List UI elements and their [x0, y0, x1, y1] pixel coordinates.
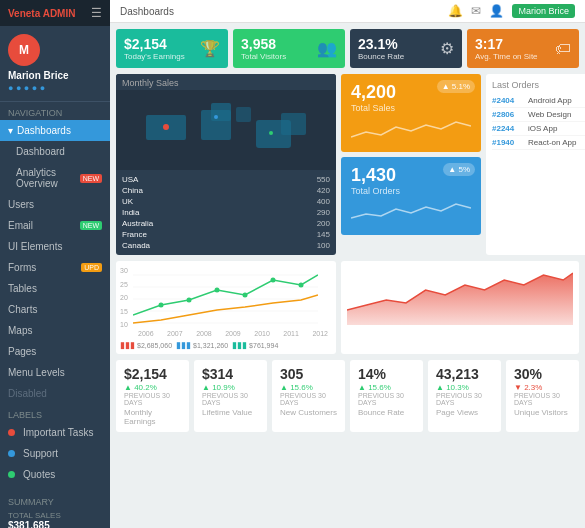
metric-sub: PREVIOUS 30 DAYS [280, 392, 337, 406]
nav-item-label: Users [8, 199, 34, 210]
orders-title: Last Orders [492, 80, 585, 90]
nav-label: Navigation [0, 102, 110, 120]
user-menu[interactable]: Marion Brice [512, 4, 575, 18]
sidebar-item-users[interactable]: Users [0, 194, 110, 215]
nav-item-label: Dashboards [17, 125, 71, 136]
metric-change: ▲ 15.6% [280, 383, 337, 392]
nav-item-label: Dashboard [16, 146, 65, 157]
stat-val-1: $2,685,060 [137, 342, 172, 349]
metric-pageviews: 43,213 ▲ 10.3% PREVIOUS 30 DAYS Page Vie… [428, 360, 501, 432]
area-chart-svg [347, 265, 573, 325]
map-row-canada: Canada100 [122, 240, 330, 251]
metric-sub: PREVIOUS 30 DAYS [202, 392, 259, 406]
time-label: Avg. Time on Site [475, 52, 538, 61]
label-text: Important Tasks [23, 427, 93, 438]
svg-point-17 [242, 293, 247, 298]
sidebar-label-quotes[interactable]: Quotes [0, 464, 110, 485]
sidebar-item-charts[interactable]: Charts [0, 299, 110, 320]
user-icon[interactable]: 👤 [489, 4, 504, 18]
sidebar-label-support[interactable]: Support [0, 443, 110, 464]
bell-icon[interactable]: 🔔 [448, 4, 463, 18]
middle-row: Monthly Sales [116, 74, 579, 255]
time-value: 3:17 [475, 36, 538, 52]
nav-item-label: Pages [8, 346, 36, 357]
y-axis: 30 25 20 15 10 [120, 265, 131, 330]
metric-change: ▼ 2.3% [514, 383, 571, 392]
user-section: M Marion Brice ● ● ● ● ● [0, 26, 110, 102]
summary-total-sales: TOTAL SALES $381,685 [8, 511, 102, 528]
visitors-value: 3,958 [241, 36, 286, 52]
sidebar-label-important[interactable]: Important Tasks [0, 422, 110, 443]
stats-row: $2,154 Today's Earnings 🏆 3,958 Total Vi… [116, 29, 579, 68]
dot-icon [8, 429, 15, 436]
dot-icon [8, 471, 15, 478]
hamburger-icon[interactable]: ☰ [91, 6, 102, 20]
right-stats: 4,200 Total Sales ▲ 5.1% 1,430 Total Ord… [341, 74, 481, 255]
visitors-icon: 👥 [317, 39, 337, 58]
metric-value: 30% [514, 366, 571, 382]
metric-label: Bounce Rate [358, 408, 415, 417]
total-orders-card: 1,430 Total Orders ▲ 5% [341, 157, 481, 235]
sidebar-item-dashboards[interactable]: ▾ Dashboards [0, 120, 110, 141]
breadcrumb: Dashboards [120, 6, 174, 17]
sidebar-item-analytics[interactable]: Analytics Overview NEW [0, 162, 110, 194]
dashboard-content: $2,154 Today's Earnings 🏆 3,958 Total Vi… [110, 23, 585, 528]
nav-item-label: Forms [8, 262, 36, 273]
svg-point-6 [163, 124, 169, 130]
sidebar-item-ui[interactable]: UI Elements [0, 236, 110, 257]
topbar: Dashboards 🔔 ✉ 👤 Marion Brice [110, 0, 585, 23]
sidebar-item-tables[interactable]: Tables [0, 278, 110, 299]
summary-label: Summary [8, 497, 102, 511]
red-area-chart [341, 261, 579, 354]
total-orders-label: Total Orders [351, 186, 471, 196]
metrics-row: $2,154 ▲ 40.2% PREVIOUS 30 DAYS Monthly … [116, 360, 579, 432]
label-text: Support [23, 448, 58, 459]
sidebar-item-email[interactable]: Email NEW [0, 215, 110, 236]
chart-row: 30 25 20 15 10 [116, 261, 579, 354]
visitors-label: Total Visitors [241, 52, 286, 61]
sidebar-item-dashboard[interactable]: Dashboard [0, 141, 110, 162]
nav-item-label: Analytics Overview [16, 167, 76, 189]
bar-icon-red: ▮▮▮ [120, 340, 135, 350]
sidebar-item-forms[interactable]: Forms UPD [0, 257, 110, 278]
svg-point-19 [298, 283, 303, 288]
metric-sub: PREVIOUS 30 DAYS [124, 392, 181, 406]
nav-item-label: Charts [8, 304, 37, 315]
stat-earnings: $2,154 Today's Earnings 🏆 [116, 29, 228, 68]
svg-point-18 [270, 278, 275, 283]
metric-sub: PREVIOUS 30 DAYS [514, 392, 571, 406]
chart-legend: ▮▮▮ $2,685,060 ▮▮▮ $1,321,260 ▮▮▮ $761,9… [120, 340, 332, 350]
nav-item-label: Email [8, 220, 33, 231]
svg-rect-5 [281, 113, 306, 135]
world-map [116, 90, 336, 170]
order-row: #2244 iOS App $8,203.49 [492, 122, 585, 136]
user-name: Marion Brice [8, 70, 102, 81]
label-text: Quotes [23, 469, 55, 480]
avatar: M [8, 34, 40, 66]
metric-label: Unique Visitors [514, 408, 571, 417]
gear-icon: ⚙ [440, 39, 454, 58]
map-table: USA550 China420 UK400 India290 Australia… [116, 170, 336, 255]
nav-item-label: Tables [8, 283, 37, 294]
orders-section: Last Orders #2404 Android App $8,525.13 … [486, 74, 585, 255]
bar-icon-teal: ▮▮▮ [232, 340, 247, 350]
svg-rect-2 [201, 110, 231, 140]
sidebar-item-pages[interactable]: Pages [0, 341, 110, 362]
line-chart-section: 30 25 20 15 10 [116, 261, 336, 354]
metric-label: Page Views [436, 408, 493, 417]
svg-marker-20 [347, 273, 573, 325]
envelope-icon[interactable]: ✉ [471, 4, 481, 18]
total-sales-label: Total Sales [351, 103, 471, 113]
metric-value: 305 [280, 366, 337, 382]
dot-icon [8, 450, 15, 457]
map-row-usa: USA550 [122, 174, 330, 185]
metric-label: Lifetime Value [202, 408, 259, 417]
chevron-icon: ▾ [8, 125, 13, 136]
x-axis: 2006 2007 2008 2009 2010 2011 2012 [134, 330, 332, 337]
bar-icon-blue: ▮▮▮ [176, 340, 191, 350]
nav-item-label: Menu Levels [8, 367, 65, 378]
stat-visitors: 3,958 Total Visitors 👥 [233, 29, 345, 68]
sidebar-item-maps[interactable]: Maps [0, 320, 110, 341]
sidebar-item-menu[interactable]: Menu Levels [0, 362, 110, 383]
svg-point-7 [214, 115, 218, 119]
